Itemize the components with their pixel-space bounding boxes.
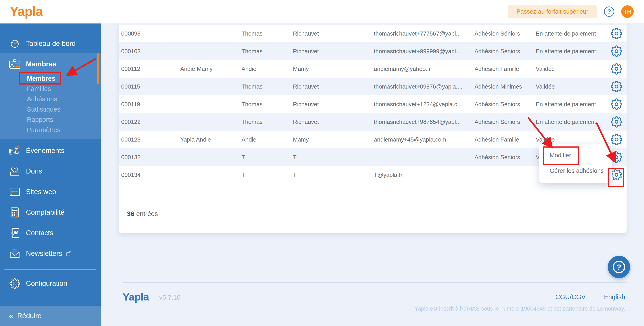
- cell-first_name: Thomas: [242, 83, 262, 90]
- contacts-icon: [8, 228, 21, 238]
- cell-email: thomasrichauvet+999999@yapl...: [374, 48, 461, 54]
- sidebar-item-dashboard[interactable]: Tableau de bord: [0, 37, 100, 50]
- row-actions-gear-button[interactable]: [611, 169, 622, 181]
- footer-yapla-logo: Yapla: [122, 291, 149, 303]
- cell-id: 000115: [121, 83, 140, 90]
- cell-first_name: Thomas: [242, 48, 262, 54]
- user-avatar[interactable]: TR: [621, 5, 634, 18]
- cell-id: 000123: [121, 136, 141, 143]
- row-actions-gear-button[interactable]: [611, 98, 622, 110]
- cell-last_name: Richauvet: [293, 30, 319, 37]
- sidebar-subitem-membres[interactable]: Membres: [0, 73, 100, 84]
- cell-email: thomasrichauvet+987654@yapl...: [374, 118, 461, 125]
- gear-icon: [611, 28, 622, 39]
- sidebar-subitem-parametres[interactable]: Paramètres: [0, 125, 100, 135]
- row-actions-gear-button[interactable]: [611, 63, 622, 75]
- upgrade-plan-button[interactable]: Passez au forfait supérieur: [508, 5, 597, 18]
- gear-icon: [611, 134, 622, 145]
- cgu-cgv-link[interactable]: CGU/CGV: [556, 293, 586, 301]
- footer-legal-text: Yapla est inscrit à l'ORIAS sous le nume…: [414, 306, 625, 312]
- cell-id: 000098: [121, 30, 141, 37]
- row-actions-gear-button[interactable]: [611, 81, 622, 92]
- cell-first_name: Thomas: [242, 100, 262, 108]
- sidebar-item-dons[interactable]: Dons: [0, 164, 100, 178]
- sidebar-item-contacts[interactable]: Contacts: [0, 226, 100, 240]
- cell-membership: Adhésion Famille: [474, 136, 519, 143]
- cell-last_name: Richauvet: [293, 118, 319, 125]
- footer-links: CGU/CGV English: [556, 293, 625, 301]
- question-mark-icon: ?: [613, 261, 625, 273]
- cell-first_name: Andie: [242, 136, 256, 143]
- yapla-logo: Yapla: [10, 3, 43, 19]
- dashboard-icon: [8, 38, 21, 49]
- row-context-menu: Modifier Gérer les adhésions: [539, 144, 612, 183]
- sidebar-item-newsletters[interactable]: Newsletters: [0, 247, 100, 260]
- sidebar-subitem-adhesions[interactable]: Adhésions: [0, 94, 100, 104]
- table-row[interactable]: 000115ThomasRichauvetthomasrichauvet+098…: [119, 78, 626, 95]
- table-row[interactable]: 000112Andie MamyAndieMamyandiemamy@yahoo…: [119, 60, 626, 78]
- cell-first_name: Thomas: [242, 30, 262, 37]
- gear-icon: [611, 46, 622, 57]
- gear-icon: [611, 63, 622, 75]
- sidebar-item-comptabilite[interactable]: Comptabilité: [0, 206, 100, 219]
- events-icon: [8, 146, 21, 156]
- cell-email: andiemamy+45@yapla.com: [374, 136, 446, 143]
- row-actions-gear-button[interactable]: [611, 28, 622, 39]
- row-actions-gear-button[interactable]: [611, 134, 622, 145]
- sidebar-subitem-rapports[interactable]: Rapports: [0, 114, 100, 125]
- cell-id: 000134: [121, 171, 141, 178]
- sidebar-item-configuration[interactable]: Configuration: [0, 277, 100, 290]
- cell-id: 000103: [121, 48, 141, 54]
- cell-last_name: T: [293, 154, 296, 160]
- row-actions-gear-button[interactable]: [611, 116, 622, 128]
- table-row[interactable]: 000103ThomasRichauvetthomasrichauvet+999…: [119, 42, 626, 60]
- footer-divider: [122, 282, 626, 283]
- question-mark-glyph: ?: [607, 8, 611, 15]
- menu-item-modifier[interactable]: Modifier: [539, 152, 612, 159]
- sidebar-item-membres[interactable]: Membres: [0, 58, 100, 71]
- table-row[interactable]: 000122ThomasRichauvetthomasrichauvet+987…: [119, 113, 626, 130]
- sidebar: Tableau de bord Membres Membres Familles…: [0, 24, 100, 326]
- sidebar-item-sites-web[interactable]: www Sites web: [0, 185, 100, 198]
- gear-icon: [611, 151, 622, 163]
- cell-first_name: T: [242, 171, 245, 178]
- cell-email: thomasrichauvet+09876@yapla....: [374, 83, 462, 90]
- cell-last_name: T: [293, 171, 296, 178]
- newsletters-icon: [8, 249, 21, 258]
- accounting-icon: [8, 207, 21, 218]
- app-header: Yapla Passez au forfait supérieur ? TR: [0, 0, 644, 24]
- sidebar-subitem-familles[interactable]: Familles: [0, 84, 100, 94]
- menu-item-gerer-les-adhesions[interactable]: Gérer les adhésions: [539, 168, 612, 174]
- donations-icon: [8, 166, 21, 176]
- external-link-icon: [66, 250, 72, 257]
- row-actions-gear-button[interactable]: [611, 151, 622, 163]
- cell-status: En attente de paiement: [536, 30, 596, 37]
- app-version: v5.7.10: [159, 294, 180, 301]
- cell-first_name: T: [242, 154, 245, 160]
- cell-status: En attente de paiement: [536, 48, 596, 54]
- cell-status: En attente de paiement: [536, 100, 596, 108]
- floating-help-button[interactable]: ?: [608, 256, 630, 278]
- cell-last_name: Richauvet: [293, 83, 319, 90]
- cell-name: Yapla Andie: [180, 136, 211, 143]
- cell-email: thomasrichauvet+1234@yapla.c...: [374, 100, 462, 108]
- table-row[interactable]: 000098ThomasRichauvetthomasrichauvet+777…: [119, 24, 626, 42]
- sidebar-item-evenements[interactable]: Événements: [0, 144, 100, 158]
- table-row[interactable]: 000119ThomasRichauvetthomasrichauvet+123…: [119, 95, 626, 113]
- cell-id: 000132: [121, 154, 141, 160]
- collapse-chevrons-icon: «: [9, 312, 13, 320]
- header-help-icon[interactable]: ?: [604, 6, 614, 17]
- sidebar-collapse-button[interactable]: « Réduire: [0, 306, 100, 326]
- cell-membership: Adhésion Séniors: [474, 154, 520, 160]
- cell-status: Validée: [536, 65, 555, 72]
- cell-email: thomasrichauvet+777567@yapl...: [374, 30, 461, 37]
- cell-membership: Adhésion Séniors: [474, 30, 520, 37]
- cell-status: Validée: [536, 83, 555, 90]
- cell-membership: Adhésion Séniors: [474, 100, 520, 108]
- language-switch-link[interactable]: English: [604, 293, 625, 301]
- cell-email: andiemamy@yahoo.fr: [374, 65, 431, 72]
- cell-email: T@yapla.fr: [374, 171, 402, 178]
- sidebar-divider: [4, 269, 96, 270]
- row-actions-gear-button[interactable]: [611, 46, 622, 57]
- sidebar-subitem-statistiques[interactable]: Statistiques: [0, 104, 100, 114]
